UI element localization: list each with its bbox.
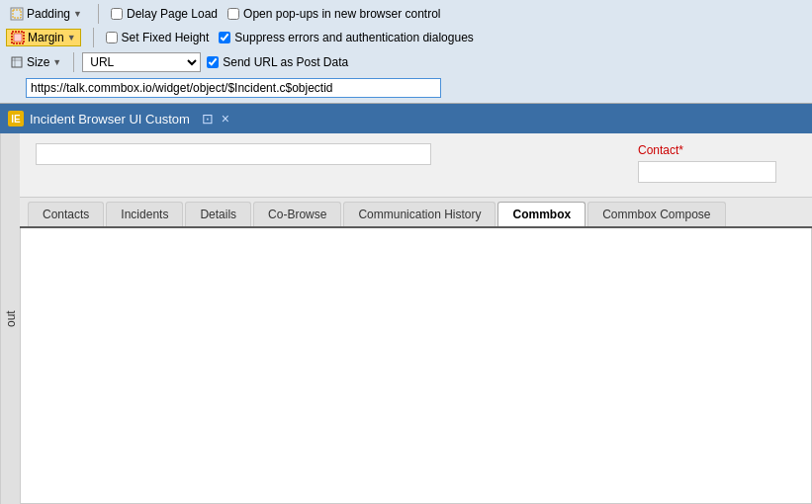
svg-rect-1 bbox=[13, 10, 21, 18]
send-url-checkbox[interactable]: Send URL as Post Data bbox=[207, 55, 348, 69]
tab-details[interactable]: Details bbox=[185, 202, 251, 226]
margin-icon bbox=[11, 31, 25, 44]
padding-label: Padding bbox=[27, 7, 70, 21]
form-right: Contact* bbox=[638, 143, 796, 187]
tab-contacts[interactable]: Contacts bbox=[28, 202, 104, 226]
main-form-input[interactable] bbox=[36, 143, 431, 165]
url-input-row bbox=[0, 76, 812, 103]
suppress-errors-checkbox[interactable]: Suppress errors and authentication dialo… bbox=[219, 31, 474, 44]
padding-icon bbox=[10, 7, 24, 21]
margin-label: Margin bbox=[28, 31, 64, 44]
margin-dropdown-arrow[interactable]: ▼ bbox=[67, 33, 76, 42]
open-popups-checkbox[interactable]: Open pop-ups in new browser control bbox=[227, 7, 440, 21]
left-out-label: out bbox=[0, 133, 20, 504]
tab-content bbox=[20, 228, 812, 504]
form-left bbox=[36, 143, 618, 187]
tab-header-icon: IE bbox=[8, 111, 24, 126]
set-fixed-height-label: Set Fixed Height bbox=[122, 31, 210, 44]
size-button[interactable]: Size ▼ bbox=[6, 54, 65, 70]
right-panel: Contact* Contacts Incidents Details Co-B… bbox=[20, 133, 812, 504]
size-icon bbox=[10, 55, 24, 69]
toolbar-row2: Margin ▼ Set Fixed Height Suppress error… bbox=[0, 26, 812, 50]
open-popups-input[interactable] bbox=[227, 8, 239, 20]
svg-rect-4 bbox=[12, 57, 22, 67]
suppress-errors-label: Suppress errors and authentication dialo… bbox=[234, 31, 474, 44]
send-url-input[interactable] bbox=[207, 56, 219, 68]
close-button[interactable]: × bbox=[220, 112, 231, 126]
contact-label: Contact* bbox=[638, 143, 796, 157]
margin-button[interactable]: Margin ▼ bbox=[6, 29, 81, 46]
url-input[interactable] bbox=[26, 78, 441, 98]
tab-incidents[interactable]: Incidents bbox=[106, 202, 183, 226]
set-fixed-height-checkbox[interactable]: Set Fixed Height bbox=[106, 31, 210, 44]
set-fixed-height-input[interactable] bbox=[106, 32, 118, 43]
size-label: Size bbox=[27, 55, 49, 69]
tab-co-browse[interactable]: Co-Browse bbox=[253, 202, 341, 226]
toolbar-row3: Size ▼ URL Send URL as Post Data bbox=[0, 50, 812, 76]
toolbar: Padding ▼ Delay Page Load Open pop-ups i… bbox=[0, 0, 812, 104]
open-popups-label: Open pop-ups in new browser control bbox=[243, 7, 440, 21]
send-url-label: Send URL as Post Data bbox=[223, 55, 348, 69]
toolbar-row1: Padding ▼ Delay Page Load Open pop-ups i… bbox=[0, 0, 812, 26]
tab-header-bar: IE Incident Browser UI Custom ⊡ × bbox=[0, 104, 812, 133]
tab-header-actions: ⊡ × bbox=[200, 112, 231, 126]
delay-page-load-input[interactable] bbox=[111, 8, 123, 20]
contact-input[interactable] bbox=[638, 161, 776, 183]
form-area: Contact* bbox=[20, 133, 812, 198]
delay-page-load-checkbox[interactable]: Delay Page Load bbox=[111, 7, 218, 21]
svg-rect-3 bbox=[14, 34, 22, 42]
restore-button[interactable]: ⊡ bbox=[200, 112, 216, 126]
delay-page-load-label: Delay Page Load bbox=[127, 7, 218, 21]
form-field-row bbox=[36, 143, 618, 165]
content-area: out Contact* Contacts bbox=[0, 133, 812, 504]
padding-dropdown-arrow[interactable]: ▼ bbox=[73, 9, 82, 19]
prop-group: Padding ▼ bbox=[6, 6, 86, 22]
tab-header-title: Incident Browser UI Custom bbox=[30, 112, 190, 126]
padding-button[interactable]: Padding ▼ bbox=[6, 6, 86, 22]
tab-bar: Contacts Incidents Details Co-Browse Com… bbox=[20, 198, 812, 228]
app-container: Padding ▼ Delay Page Load Open pop-ups i… bbox=[0, 0, 812, 504]
suppress-errors-input[interactable] bbox=[219, 32, 230, 43]
url-type-select[interactable]: URL bbox=[82, 52, 201, 72]
tab-commbox[interactable]: Commbox bbox=[497, 202, 586, 226]
tab-communication-history[interactable]: Communication History bbox=[343, 202, 496, 226]
size-dropdown-arrow[interactable]: ▼ bbox=[52, 57, 61, 67]
tab-commbox-compose[interactable]: Commbox Compose bbox=[587, 202, 725, 226]
